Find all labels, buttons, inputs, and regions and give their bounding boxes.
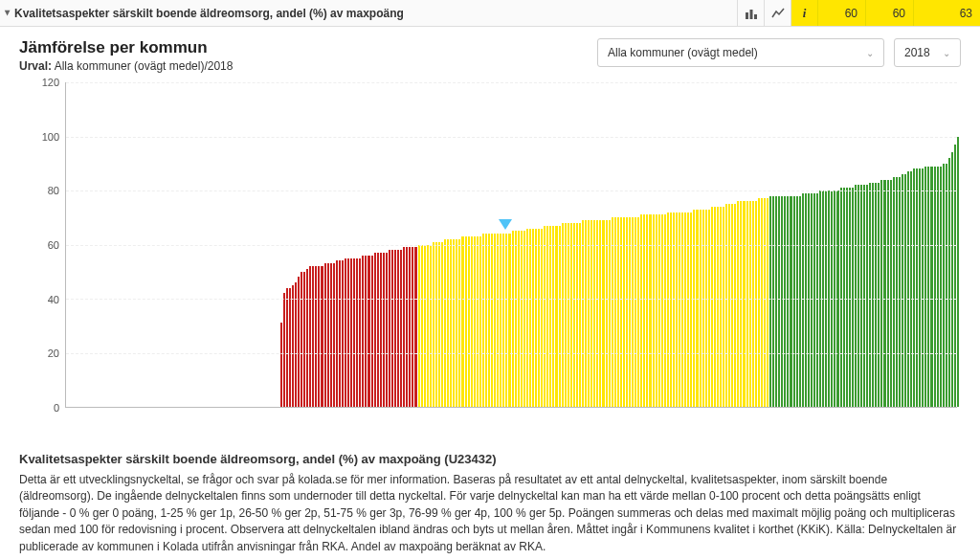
bar[interactable] xyxy=(805,193,807,407)
bar[interactable] xyxy=(403,247,405,407)
bar[interactable] xyxy=(767,198,768,407)
bar[interactable] xyxy=(433,242,434,407)
bar[interactable] xyxy=(887,180,889,407)
bar[interactable] xyxy=(318,266,320,407)
bar[interactable] xyxy=(339,260,341,407)
bar[interactable] xyxy=(380,253,382,407)
bar[interactable] xyxy=(330,263,332,407)
bar[interactable] xyxy=(781,196,783,407)
bar[interactable] xyxy=(315,266,317,407)
bar[interactable] xyxy=(573,223,575,407)
bar[interactable] xyxy=(479,236,481,407)
bar[interactable] xyxy=(769,196,771,407)
bar[interactable] xyxy=(816,193,818,407)
bar[interactable] xyxy=(409,247,411,407)
bar[interactable] xyxy=(693,210,695,407)
bar[interactable] xyxy=(353,258,355,407)
bar[interactable] xyxy=(333,263,335,407)
bar[interactable] xyxy=(907,171,909,407)
bar[interactable] xyxy=(673,213,675,407)
bar[interactable] xyxy=(796,196,798,407)
bar[interactable] xyxy=(552,226,554,407)
bar[interactable] xyxy=(579,223,581,407)
bar[interactable] xyxy=(863,185,865,407)
bar[interactable] xyxy=(755,201,757,407)
bar[interactable] xyxy=(943,164,945,407)
bar[interactable] xyxy=(412,247,413,407)
bar[interactable] xyxy=(494,234,496,407)
bar[interactable] xyxy=(301,272,302,407)
bar[interactable] xyxy=(869,183,871,407)
bar[interactable] xyxy=(502,234,504,407)
bar[interactable] xyxy=(904,174,906,407)
bar[interactable] xyxy=(559,226,561,407)
bar[interactable] xyxy=(700,210,702,407)
bar[interactable] xyxy=(670,213,672,407)
bar[interactable] xyxy=(438,242,440,407)
bar[interactable] xyxy=(394,250,396,407)
bar[interactable] xyxy=(465,236,467,407)
bar[interactable] xyxy=(910,171,912,407)
bar[interactable] xyxy=(397,250,399,407)
bar[interactable] xyxy=(919,168,921,407)
bar[interactable] xyxy=(512,231,514,407)
bar[interactable] xyxy=(676,213,678,407)
bar[interactable] xyxy=(488,234,490,407)
bar[interactable] xyxy=(544,226,546,407)
bar[interactable] xyxy=(342,260,344,407)
bar[interactable] xyxy=(482,234,484,407)
bar[interactable] xyxy=(444,239,446,407)
bar[interactable] xyxy=(321,266,323,407)
bar[interactable] xyxy=(450,239,452,407)
bar[interactable] xyxy=(790,196,791,407)
bar[interactable] xyxy=(286,288,288,407)
bar[interactable] xyxy=(418,245,420,408)
bar[interactable] xyxy=(799,196,801,407)
bar[interactable] xyxy=(720,207,722,407)
bar[interactable] xyxy=(843,188,845,407)
bar[interactable] xyxy=(518,231,520,407)
bar[interactable] xyxy=(626,217,628,407)
bar[interactable] xyxy=(934,167,936,407)
year-dropdown[interactable]: 2018 ⌄ xyxy=(894,38,961,67)
bar[interactable] xyxy=(298,277,300,407)
bar[interactable] xyxy=(875,183,877,407)
bar[interactable] xyxy=(746,201,748,407)
bar[interactable] xyxy=(368,256,369,407)
bar[interactable] xyxy=(749,201,751,407)
bar[interactable] xyxy=(606,220,608,407)
bar[interactable] xyxy=(954,145,956,407)
bar[interactable] xyxy=(327,263,329,407)
bar[interactable] xyxy=(681,213,683,407)
bar[interactable] xyxy=(347,258,349,407)
bar[interactable] xyxy=(303,272,305,407)
bar[interactable] xyxy=(711,207,713,407)
bar[interactable] xyxy=(717,207,719,407)
bar[interactable] xyxy=(602,220,604,407)
bar[interactable] xyxy=(453,239,455,407)
indicator-title[interactable]: ▸ Kvalitetsaspekter särskilt boende äldr… xyxy=(0,7,737,20)
bar[interactable] xyxy=(535,229,537,407)
bar[interactable] xyxy=(471,236,473,407)
bar[interactable] xyxy=(940,167,942,407)
bar[interactable] xyxy=(731,204,733,407)
bar[interactable] xyxy=(406,247,408,407)
line-chart-icon[interactable] xyxy=(764,0,791,26)
bar[interactable] xyxy=(899,177,901,407)
bar[interactable] xyxy=(761,198,763,407)
bar[interactable] xyxy=(840,188,842,407)
bar[interactable] xyxy=(902,174,903,407)
bar[interactable] xyxy=(289,288,291,407)
bar[interactable] xyxy=(740,201,742,407)
bar[interactable] xyxy=(546,226,548,407)
bar[interactable] xyxy=(667,213,669,407)
bar[interactable] xyxy=(813,193,815,407)
bar[interactable] xyxy=(538,229,540,407)
bar[interactable] xyxy=(391,250,393,407)
bar[interactable] xyxy=(635,217,636,407)
bar[interactable] xyxy=(924,167,926,407)
bar[interactable] xyxy=(690,213,692,407)
bar[interactable] xyxy=(614,217,616,407)
bar[interactable] xyxy=(778,196,780,407)
bar[interactable] xyxy=(913,168,915,407)
